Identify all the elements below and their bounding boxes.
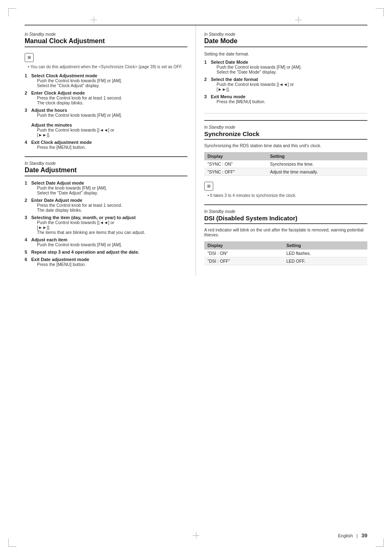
step-2-sub1: Press the Control knob for at least 1 se…	[31, 95, 122, 100]
sync-row2-setting: Adjust the time manually.	[267, 168, 367, 176]
dsi-row1-setting: LED flashes.	[283, 250, 367, 257]
dm-step-1-sub1: Push the Control knob towards [FM] or [A…	[211, 65, 302, 69]
sync-mode-label: In Standby mode	[204, 125, 367, 130]
date-mode-desc: Setting the date format.	[204, 51, 367, 56]
manual-clock-step-4: 4 Exit Clock adjustment mode Press the […	[25, 140, 187, 150]
footer: English | 39	[338, 532, 367, 539]
step-num-2: 2	[25, 90, 30, 95]
dm-step-1: 1 Select Date Mode Push the Control knob…	[204, 60, 367, 74]
sync-clock-desc: Synchronizing the RDS station time data …	[204, 143, 367, 148]
manual-clock-title: Manual Clock Adjustment	[25, 37, 187, 47]
cross-mark-bottom-center	[193, 532, 199, 539]
dsi-table-header-display: Display	[204, 241, 283, 250]
step-4-sub1: Press the [MENU] button.	[31, 145, 86, 150]
da-step-2-sub2: The date display blinks.	[31, 208, 82, 213]
dsi-desc: A red indicator will blink on the unit a…	[204, 227, 367, 237]
sync-row1-display: "SYNC : ON"	[204, 160, 267, 168]
step-3-sub2b: [►►|].	[31, 132, 50, 137]
da-step-4-title: Adjust each item	[31, 237, 67, 242]
dsi-table: Display Setting "DSI : ON" LED flashes. …	[204, 241, 367, 265]
manual-clock-step-2: 2 Enter Clock Adjust mode Press the Cont…	[25, 90, 187, 105]
corner-mark-bl	[8, 539, 16, 547]
date-adj-step-1: 1 Select Date Adjust mode Push the knob …	[25, 180, 187, 195]
manual-clock-bullet: • You can do this adjustment when the <S…	[25, 65, 187, 69]
dsi-row2-setting: LED OFF.	[283, 257, 367, 265]
dm-step-3-sub1: Press the [MENU] button.	[211, 99, 265, 104]
sync-table-row-2: "SYNC : OFF" Adjust the time manually.	[204, 168, 367, 176]
manual-clock-note-icon: ⊞	[25, 53, 34, 62]
corner-mark-br	[376, 539, 384, 547]
dm-step-2-sub1: Push the Control knob towards [|◄◄] or	[211, 82, 294, 87]
step-2-content: Enter Clock Adjust mode Press the Contro…	[31, 90, 187, 105]
da-step-3-sub2: [►►|].	[31, 225, 50, 230]
date-adj-step-3: 3 Selecting the item (day, month, or yea…	[25, 215, 187, 235]
da-step-5-title: Repeat step 3 and 4 operation and adjust…	[31, 250, 139, 254]
dsi-mode-label: In Standby mode	[204, 209, 367, 214]
sync-clock-section: In Standby mode Synchronize Clock Synchr…	[204, 120, 367, 198]
dsi-row2-display: "DSI : OFF"	[204, 257, 283, 265]
date-mode-label: In Standby mode	[204, 32, 367, 37]
step-3-content: Adjust the hours Push the Control knob t…	[31, 108, 187, 137]
sync-row2-display: "SYNC : OFF"	[204, 168, 267, 176]
date-adj-title: Date Adjustment	[25, 166, 187, 176]
dm-step-1-sub2: Select the "Date Mode" display.	[211, 69, 277, 74]
da-step-3-title: Selecting the item (day, month, or year)…	[31, 215, 136, 220]
manual-clock-step-3: 3 Adjust the hours Push the Control knob…	[25, 108, 187, 137]
step-3-sub2a: Push the Control knob towards [|◄◄] or	[31, 127, 114, 132]
dsi-section: In Standby mode DSI (Disabled System Ind…	[204, 204, 367, 265]
da-step-2-sub1: Press the Control knob for at least 1 se…	[31, 203, 122, 208]
sync-table-header-display: Display	[204, 152, 267, 160]
sync-clock-table: Display Setting "SYNC : ON" Synchronizes…	[204, 152, 367, 176]
date-adj-step-6: 6 Exit Date adjustment mode Press the [M…	[25, 257, 187, 267]
step-3-sub1: Push the Control knob towards [FM] or [A…	[31, 113, 122, 118]
dm-step-3-title: Exit Menu mode	[211, 94, 245, 99]
dm-step-2-sub2: [►►|].	[211, 87, 230, 92]
step-2-title: Enter Clock Adjust mode	[31, 90, 85, 95]
date-mode-section: In Standby mode Date Mode Setting the da…	[204, 32, 367, 113]
step-1-sub1: Push the Control knob towards [FM] or [A…	[31, 78, 122, 83]
left-column: In Standby mode Manual Clock Adjustment …	[25, 25, 196, 276]
da-step-3-sub3: The items that are blinking are items th…	[31, 230, 145, 235]
sync-note-icon: ⊞	[204, 182, 213, 191]
da-step-1-sub2: Select the "Date Adjust" display.	[31, 190, 98, 195]
dm-step-2-title: Select the date format	[211, 77, 258, 82]
dsi-table-row-2: "DSI : OFF" LED OFF.	[204, 257, 367, 265]
dsi-title: DSI (Disabled System Indicator)	[204, 215, 367, 224]
footer-lang: English	[338, 533, 353, 538]
manual-clock-step-1: 1 Select Clock Adjustment mode Push the …	[25, 73, 187, 88]
date-adj-mode-label: In Standby mode	[25, 161, 187, 166]
corner-mark-tl	[8, 8, 16, 16]
da-step-6-sub1: Press the [MENU] button.	[31, 262, 86, 267]
step-1-sub2: Select the "Clock Adjust" display.	[31, 83, 100, 88]
step-4-content: Exit Clock adjustment mode Press the [ME…	[31, 140, 187, 150]
cross-mark-top-right	[295, 16, 302, 23]
dm-step-3: 3 Exit Menu mode Press the [MENU] button…	[204, 94, 367, 104]
sync-row1-setting: Synchronizes the time.	[267, 160, 367, 168]
step-1-title: Select Clock Adjustment mode	[31, 73, 97, 78]
dm-step-1-title: Select Date Mode	[211, 60, 248, 65]
dsi-row1-display: "DSI : ON"	[204, 250, 283, 257]
sync-bullet: • It takes 3 to 4 minutes to synchronize…	[204, 193, 367, 198]
dsi-table-header-setting: Setting	[283, 241, 367, 250]
sync-clock-title: Synchronize Clock	[204, 130, 367, 140]
dsi-table-row-1: "DSI : ON" LED flashes.	[204, 250, 367, 257]
step-1-content: Select Clock Adjustment mode Push the Co…	[31, 73, 187, 88]
da-step-4-sub1: Push the Control knob towards [FM] or [A…	[31, 242, 122, 247]
step-3-sub-title2: Adjust the minutes	[31, 123, 72, 127]
sync-table-row-1: "SYNC : ON" Synchronizes the time.	[204, 160, 367, 168]
footer-separator: |	[357, 533, 358, 538]
main-content: In Standby mode Manual Clock Adjustment …	[25, 25, 367, 276]
sync-table-header-setting: Setting	[267, 152, 367, 160]
da-step-2-title: Enter Date Adjust mode	[31, 198, 82, 203]
step-num-3: 3	[25, 108, 30, 113]
corner-mark-tr	[376, 8, 384, 16]
step-num-1: 1	[25, 73, 30, 78]
da-step-1-sub1: Push the knob towards [FM] or [AM].	[31, 185, 107, 190]
date-adj-step-5: 5 Repeat step 3 and 4 operation and adju…	[25, 250, 187, 254]
step-num-4: 4	[25, 140, 30, 145]
da-step-6-title: Exit Date adjustment mode	[31, 257, 89, 262]
cross-mark-top-left	[90, 16, 97, 23]
manual-clock-section: In Standby mode Manual Clock Adjustment …	[25, 32, 187, 150]
footer-page-number: 39	[362, 532, 367, 539]
step-3-title: Adjust the hours	[31, 108, 67, 113]
